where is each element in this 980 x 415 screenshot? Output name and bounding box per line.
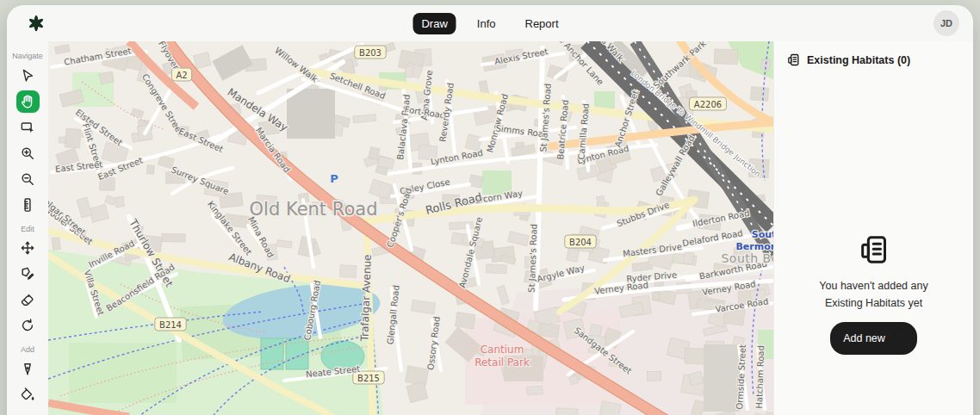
tool-measure-button[interactable] [16, 194, 40, 216]
plus-circle-icon [892, 327, 904, 339]
app-window: DrawInfoReport JD NavigateEditAdd [7, 5, 973, 415]
map-label: South [752, 229, 773, 240]
tool-rotate-button[interactable] [16, 314, 40, 337]
map-label: Cantium [481, 344, 524, 356]
road-ref-badge: B204 [569, 238, 592, 247]
tool-edit-vertices-button[interactable] [16, 263, 40, 285]
panel-header: Existing Habitats (0) [774, 41, 973, 76]
top-bar: DrawInfoReport JD [7, 5, 973, 41]
road-ref-badge: B214 [159, 320, 182, 330]
main-tabs: DrawInfoReport [412, 5, 567, 41]
road-ref-badge: B215 [357, 374, 380, 383]
toolbar-section-navigate: Navigate [7, 52, 48, 60]
habitats-icon [786, 53, 801, 67]
road-ref-badge: A2206 [694, 100, 722, 109]
rotate-icon [19, 317, 36, 334]
tool-erase-button[interactable] [16, 288, 40, 311]
map-container: A2B203A2206B204B214B215 Chatham StreetFl… [48, 41, 773, 415]
habitats-icon-large [857, 232, 891, 267]
ruler-icon [19, 196, 36, 214]
map-canvas[interactable]: A2B203A2206B204B214B215 Chatham StreetFl… [48, 41, 773, 415]
map-label: Retail Park [474, 356, 530, 369]
app-logo-clover-icon[interactable] [26, 13, 47, 34]
tab-report[interactable]: Report [517, 13, 568, 34]
pen-nib-icon [19, 361, 36, 378]
tool-select-button[interactable] [16, 65, 40, 87]
existing-habitats-panel: Existing Habitats (0) You haven't added … [773, 41, 973, 415]
tool-zoom-out-button[interactable] [16, 168, 40, 190]
move-icon [19, 239, 36, 257]
add-new-button[interactable]: Add new [830, 322, 917, 355]
map-label: Old Kent Road [250, 199, 378, 220]
avatar[interactable]: JD [933, 10, 959, 36]
road-ref-badge: B203 [359, 48, 381, 58]
eraser-icon [19, 291, 36, 308]
tool-move-button[interactable] [16, 238, 40, 260]
hand-icon [19, 93, 36, 110]
empty-state-line1: You haven't added any [819, 277, 927, 294]
map-label: South Bermondsey [721, 251, 773, 265]
paint-fill-icon [19, 387, 36, 404]
tab-info[interactable]: Info [468, 13, 505, 34]
map-label: P [330, 172, 338, 185]
empty-state: You haven't added any Existing Habitats … [774, 232, 973, 355]
tab-draw[interactable]: Draw [412, 13, 456, 34]
tool-zoom-in-button[interactable] [16, 142, 40, 164]
tool-fill-button[interactable] [16, 384, 40, 406]
tool-draw-rectangle-button[interactable] [16, 410, 40, 415]
zoom-in-icon [19, 145, 36, 162]
road-ref-badge: A2 [176, 71, 187, 80]
add-new-label: Add new [843, 332, 885, 344]
toolbar-section-add: Add [7, 345, 48, 354]
tool-draw-polygon-button[interactable] [16, 358, 40, 381]
zoom-out-icon [19, 170, 36, 188]
vertex-edit-icon [19, 265, 36, 282]
cursor-icon [19, 67, 36, 84]
tool-pan-button[interactable] [16, 90, 40, 113]
panel-title: Existing Habitats (0) [807, 54, 910, 66]
tool-box-select-button[interactable] [16, 116, 40, 139]
empty-state-line2: Existing Habitats yet [825, 294, 922, 312]
tool-rail: NavigateEditAdd [7, 41, 48, 415]
area-select-icon [19, 119, 36, 136]
toolbar-section-edit: Edit [7, 225, 48, 233]
